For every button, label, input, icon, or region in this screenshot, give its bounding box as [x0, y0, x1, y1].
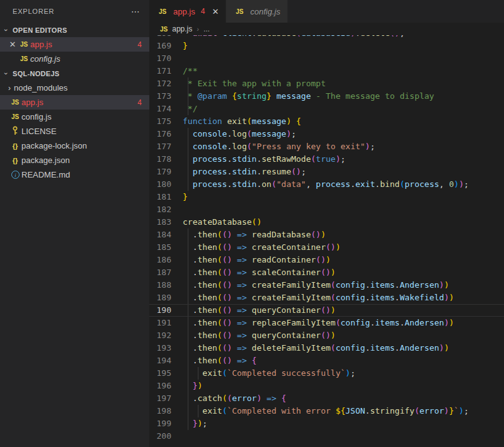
line-number[interactable]: 184 [149, 229, 171, 241]
chevron-down-icon: › [3, 26, 10, 34]
code-editor[interactable]: 168 await client.database(databaseId).de… [149, 35, 504, 447]
code-line-175[interactable]: 175function exit(message) { [149, 115, 504, 128]
code-line-198[interactable]: 198 exit(`Completed with error ${JSON.st… [149, 405, 504, 417]
code-line-182[interactable]: 182 [149, 203, 504, 216]
tab-label: app.js [173, 7, 195, 16]
code-line-185[interactable]: 185 .then(() => createContainer()) [149, 241, 504, 254]
line-number[interactable]: 190 [149, 304, 171, 317]
line-number[interactable]: 187 [149, 266, 171, 279]
js-file-icon: JS [160, 26, 168, 33]
line-number[interactable]: 192 [149, 329, 171, 342]
line-number[interactable]: 189 [149, 291, 171, 304]
sidebar-item-LICENSE[interactable]: LICENSE [0, 124, 149, 139]
code-line-190[interactable]: 190 .then(() => queryContainer()) [149, 304, 504, 317]
line-number[interactable]: 199 [149, 417, 171, 430]
sidebar-item-package.json[interactable]: {}package.json [0, 153, 149, 167]
sidebar-item-app.js[interactable]: JSapp.js4 [0, 95, 149, 110]
line-number[interactable]: 170 [149, 52, 171, 65]
tab-app.js[interactable]: JSapp.js4✕ [149, 0, 226, 23]
line-number[interactable]: 172 [149, 77, 171, 90]
line-number[interactable]: 198 [149, 405, 171, 417]
code-line-194[interactable]: 194 .then(() => { [149, 354, 504, 367]
code-line-193[interactable]: 193 .then(() => deleteFamilyItem(config.… [149, 342, 504, 354]
code-line-178[interactable]: 178 process.stdin.setRawMode(true); [149, 153, 504, 166]
code-text: createDatabase() [171, 216, 261, 229]
code-line-191[interactable]: 191 .then(() => replaceFamilyItem(config… [149, 317, 504, 329]
line-number[interactable]: 186 [149, 254, 171, 266]
line-number[interactable]: 193 [149, 342, 171, 354]
line-number[interactable]: 195 [149, 367, 171, 380]
code-line-187[interactable]: 187 .then(() => scaleContainer()) [149, 266, 504, 279]
close-icon[interactable]: ✕ [209, 7, 219, 16]
json-file-icon: {} [9, 157, 21, 164]
line-number[interactable]: 177 [149, 140, 171, 153]
line-number[interactable]: 169 [149, 40, 171, 52]
line-number[interactable]: 196 [149, 380, 171, 392]
line-number[interactable]: 171 [149, 65, 171, 77]
sidebar-title-row: EXPLORER ⋯ [0, 0, 149, 23]
tab-config.js[interactable]: JSconfig.js [226, 0, 288, 23]
line-number[interactable]: 200 [149, 430, 171, 443]
line-number[interactable]: 174 [149, 103, 171, 115]
code-text: } [171, 40, 188, 52]
chevron-right-icon: › [5, 84, 14, 93]
code-line-170[interactable]: 170 [149, 52, 504, 65]
code-line-196[interactable]: 196 }) [149, 380, 504, 392]
code-line-180[interactable]: 180 process.stdin.on("data", process.exi… [149, 178, 504, 191]
close-icon[interactable]: ✕ [8, 40, 18, 49]
line-number[interactable]: 183 [149, 216, 171, 229]
code-text: .then(() => readContainer()) [171, 254, 331, 266]
line-number[interactable]: 181 [149, 191, 171, 203]
explorer-sidebar: EXPLORER ⋯ › OPEN EDITORS ✕JSapp.js4JSco… [0, 0, 149, 447]
code-line-192[interactable]: 192 .then(() => queryContainer()) [149, 329, 504, 342]
code-line-184[interactable]: 184 .then(() => readDatabase()) [149, 229, 504, 241]
more-actions-icon[interactable]: ⋯ [131, 6, 140, 16]
code-line-189[interactable]: 189 .then(() => createFamilyItem(config.… [149, 291, 504, 304]
line-number[interactable]: 179 [149, 166, 171, 178]
line-number[interactable]: 168 [149, 35, 171, 40]
code-line-188[interactable]: 188 .then(() => createFamilyItem(config.… [149, 279, 504, 291]
line-number[interactable]: 180 [149, 178, 171, 191]
breadcrumb[interactable]: JS app.js › ... [149, 23, 504, 35]
code-line-199[interactable]: 199 }); [149, 417, 504, 430]
breadcrumb-more[interactable]: ... [203, 25, 210, 33]
sidebar-item-node_modules[interactable]: ›node_modules [0, 81, 149, 95]
code-lines: 168 await client.database(databaseId).de… [149, 35, 504, 443]
line-number[interactable]: 178 [149, 153, 171, 166]
code-line-197[interactable]: 197 .catch((error) => { [149, 392, 504, 405]
code-line-173[interactable]: 173 * @param {string} message - The mess… [149, 90, 504, 103]
line-number[interactable]: 176 [149, 128, 171, 140]
code-line-169[interactable]: 169} [149, 40, 504, 52]
line-number[interactable]: 188 [149, 279, 171, 291]
line-number[interactable]: 185 [149, 241, 171, 254]
code-line-181[interactable]: 181} [149, 191, 504, 203]
line-number[interactable]: 194 [149, 354, 171, 367]
code-text: await client.database(databaseId).delete… [171, 35, 404, 40]
code-line-174[interactable]: 174 */ [149, 103, 504, 115]
breadcrumb-file[interactable]: app.js [172, 25, 192, 33]
code-line-200[interactable]: 200 [149, 430, 504, 443]
line-number[interactable]: 173 [149, 90, 171, 103]
open-editor-item-config.js[interactable]: JSconfig.js [0, 52, 149, 66]
sidebar-item-package-lock.json[interactable]: {}package-lock.json [0, 139, 149, 153]
code-line-171[interactable]: 171/** [149, 65, 504, 77]
code-line-195[interactable]: 195 exit(`Completed successfully`); [149, 367, 504, 380]
line-number[interactable]: 191 [149, 317, 171, 329]
open-editors-section-header[interactable]: › OPEN EDITORS [0, 23, 149, 37]
code-line-177[interactable]: 177 console.log("Press any key to exit")… [149, 140, 504, 153]
line-number[interactable]: 197 [149, 392, 171, 405]
sidebar-item-README.md[interactable]: iREADME.md [0, 167, 149, 182]
code-line-183[interactable]: 183createDatabase() [149, 216, 504, 229]
line-number[interactable]: 175 [149, 115, 171, 128]
code-line-179[interactable]: 179 process.stdin.resume(); [149, 166, 504, 178]
code-line-186[interactable]: 186 .then(() => readContainer()) [149, 254, 504, 266]
line-number[interactable]: 182 [149, 203, 171, 216]
code-text [171, 430, 183, 443]
code-line-176[interactable]: 176 console.log(message); [149, 128, 504, 140]
folder-section-header[interactable]: › SQL-NODEJS [0, 66, 149, 81]
code-line-172[interactable]: 172 * Exit the app with a prompt [149, 77, 504, 90]
open-editor-item-app.js[interactable]: ✕JSapp.js4 [0, 37, 149, 52]
code-line-168[interactable]: 168 await client.database(databaseId).de… [149, 35, 504, 40]
sidebar-item-config.js[interactable]: JSconfig.js [0, 110, 149, 124]
vscode-window: EXPLORER ⋯ › OPEN EDITORS ✕JSapp.js4JSco… [0, 0, 504, 447]
